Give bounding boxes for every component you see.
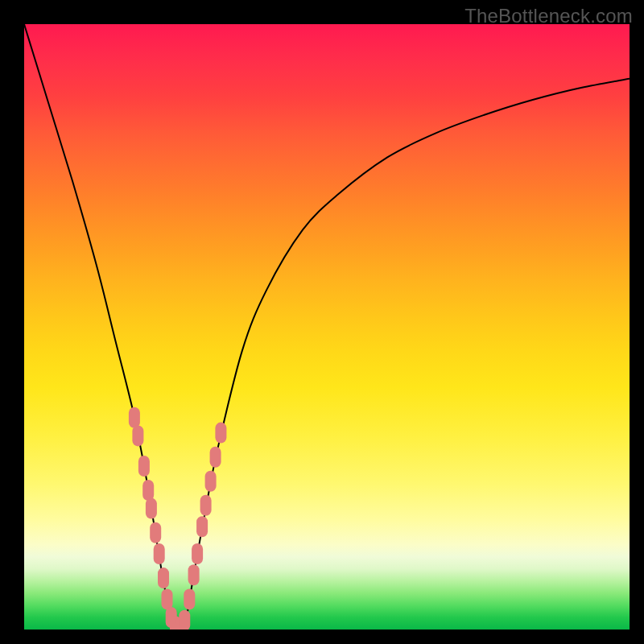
watermark-text: TheBottleneck.com [464, 5, 633, 27]
plot-background-gradient [24, 24, 630, 630]
